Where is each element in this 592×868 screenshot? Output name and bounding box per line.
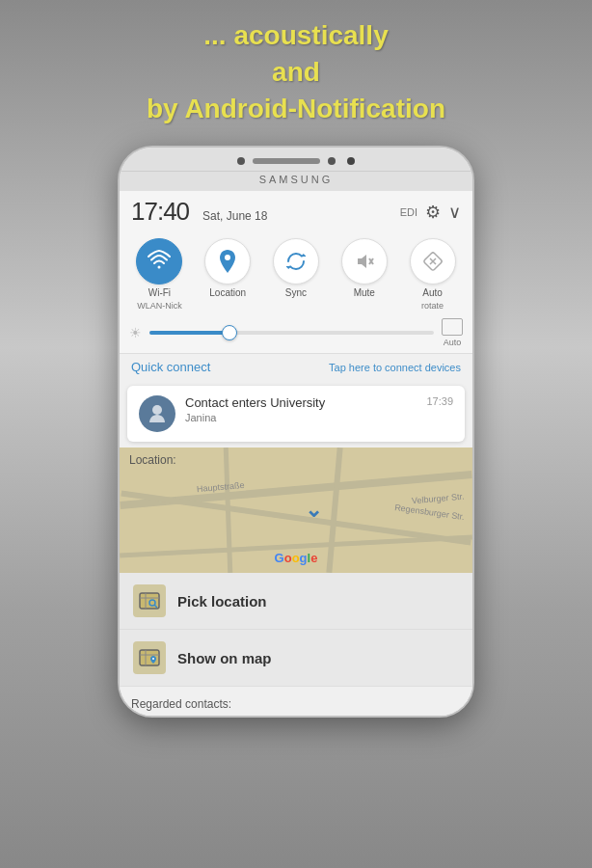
- header-line2: and: [272, 57, 320, 87]
- toggle-location-circle: [204, 238, 251, 285]
- phone-top-bar: [120, 148, 472, 172]
- phone-speaker: [253, 158, 320, 164]
- notif-subtitle: Janina: [185, 412, 417, 423]
- svg-point-1: [225, 255, 230, 260]
- svg-point-15: [152, 658, 154, 660]
- map-google-logo: Google: [275, 551, 318, 565]
- pick-location-button[interactable]: Pick location: [120, 573, 472, 630]
- toggle-sync[interactable]: Sync: [273, 238, 319, 311]
- regarded-contacts-label: Regarded contacts:: [131, 697, 231, 711]
- phone-sensor: [347, 157, 355, 165]
- status-time: 17:40: [131, 197, 189, 227]
- show-on-map-button[interactable]: Show on map: [120, 630, 472, 686]
- brightness-bar: ☀ Auto: [120, 314, 472, 353]
- svg-marker-2: [358, 255, 366, 268]
- phone-brand: SAMSUNG: [120, 172, 472, 191]
- toggle-location-label: Location: [209, 287, 246, 298]
- svg-point-6: [152, 405, 162, 415]
- auto-brightness[interactable]: Auto: [442, 318, 463, 347]
- brightness-thumb[interactable]: [222, 325, 237, 340]
- toggle-sync-circle: [273, 238, 319, 285]
- map-location-label: Location:: [129, 453, 176, 467]
- phone-frame: SAMSUNG 17:40 Sat, June 18 EDI ⚙ ∨: [118, 146, 474, 718]
- toggle-mute-circle: [341, 238, 388, 285]
- map-street-label-1: Velburger Str.: [412, 492, 465, 506]
- toggle-wifi[interactable]: Wi-Fi WLAN-Nick: [136, 238, 182, 311]
- toggle-wifi-circle: [136, 238, 182, 285]
- toggle-autorotate[interactable]: Auto rotate: [410, 238, 456, 311]
- status-right: EDI ⚙ ∨: [400, 202, 461, 223]
- brightness-low-icon: ☀: [129, 325, 142, 340]
- notification-shade: 17:40 Sat, June 18 EDI ⚙ ∨: [120, 191, 472, 716]
- map-background: Velburger Str. Regensburger Str. Hauptst…: [120, 448, 472, 573]
- camera-right: [328, 157, 336, 165]
- auto-box: [442, 318, 463, 336]
- svg-rect-12: [140, 650, 159, 665]
- toggle-sync-label: Sync: [285, 287, 307, 298]
- svg-point-0: [158, 266, 161, 269]
- camera-left: [237, 157, 245, 165]
- toggle-autorotate-sublabel: rotate: [421, 301, 444, 311]
- status-edit: EDI: [400, 206, 417, 218]
- brightness-track[interactable]: [149, 331, 434, 335]
- notification-card[interactable]: Contact enters University Janina 17:39: [127, 386, 465, 442]
- status-bar: 17:40 Sat, June 18 EDI ⚙ ∨: [120, 191, 472, 231]
- quick-connect-tap: Tap here to connect devices: [329, 362, 461, 373]
- action-buttons: Pick location Show on map: [120, 573, 472, 686]
- status-date: Sat, June 18: [202, 209, 267, 223]
- toggle-autorotate-circle: [410, 238, 456, 285]
- notif-content: Contact enters University Janina: [185, 395, 417, 423]
- quick-toggles: Wi-Fi WLAN-Nick Location: [120, 231, 472, 314]
- header-line3: by Android-Notification: [147, 94, 445, 123]
- gear-icon[interactable]: ⚙: [425, 202, 441, 223]
- toggle-wifi-label: Wi-Fi: [148, 287, 171, 298]
- map-chevron-icon: ⌄: [305, 498, 322, 523]
- toggle-location[interactable]: Location: [204, 238, 251, 311]
- header-text: ... acoustically and by Android-Notifica…: [127, 0, 465, 136]
- header-line1: ... acoustically: [203, 20, 388, 50]
- quick-connect-label: Quick connect: [131, 360, 210, 374]
- chevron-down-icon[interactable]: ∨: [448, 202, 461, 223]
- notif-time: 17:39: [426, 395, 453, 407]
- notif-title: Contact enters University: [185, 395, 417, 410]
- pick-location-label: Pick location: [177, 593, 267, 610]
- map-area[interactable]: Velburger Str. Regensburger Str. Hauptst…: [120, 448, 472, 573]
- pick-location-icon: [133, 584, 166, 617]
- notif-avatar: [139, 395, 175, 432]
- regarded-contacts-section: Regarded contacts:: [120, 686, 472, 716]
- map-street-label-2: Regensburger Str.: [394, 502, 466, 522]
- quick-connect-bar[interactable]: Quick connect Tap here to connect device…: [120, 353, 472, 380]
- auto-label-text: Auto: [444, 338, 462, 347]
- toggle-mute[interactable]: Mute: [341, 238, 388, 311]
- show-on-map-label: Show on map: [177, 650, 272, 666]
- toggle-mute-label: Mute: [354, 287, 375, 298]
- toggle-autorotate-label: Auto: [422, 287, 443, 298]
- toggle-wifi-sublabel: WLAN-Nick: [137, 301, 182, 311]
- map-street-v1: [326, 448, 342, 573]
- show-on-map-icon: [133, 641, 166, 674]
